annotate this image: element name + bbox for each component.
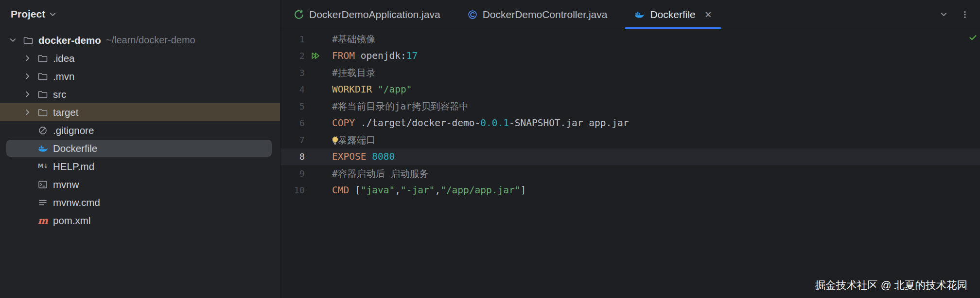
- project-tool-window: Project docker-demo~/learn/docker-demo.i…: [0, 0, 280, 298]
- line-number[interactable]: 5: [280, 101, 305, 112]
- editor[interactable]: 1#基础镜像2FROM openjdk:173#挂载目录4WORKDIR "/a…: [280, 29, 980, 298]
- tree-item-mvnw[interactable]: mvnw: [0, 175, 280, 193]
- editor-tab-bar: DockerDemoApplication.javaDockerDemoCont…: [280, 0, 980, 29]
- line-number[interactable]: 3: [280, 68, 305, 78]
- chevron-down-icon: [49, 10, 57, 19]
- tree-item-path: ~/learn/docker-demo: [106, 35, 195, 46]
- markdown-file-icon: M↓: [38, 162, 48, 171]
- java-class-icon: [468, 10, 477, 19]
- code-area[interactable]: 1#基础镜像2FROM openjdk:173#挂载目录4WORKDIR "/a…: [280, 31, 980, 199]
- code-line-10[interactable]: 10CMD ["java","-jar","/app/app.jar"]: [280, 182, 980, 199]
- tab-label: Dockerfile: [650, 9, 695, 20]
- code-text: #挂载目录: [332, 66, 376, 79]
- code-line-5[interactable]: 5#将当前目录的jar拷贝到容器中: [280, 98, 980, 115]
- shell-script-icon: [38, 180, 48, 189]
- docker-icon: [38, 144, 48, 153]
- tree-item-mvnw-cmd[interactable]: mvnw.cmd: [0, 193, 280, 211]
- line-number[interactable]: 7: [280, 135, 305, 145]
- chevron-right-icon[interactable]: [23, 108, 32, 116]
- code-text: #将当前目录的jar拷贝到容器中: [332, 100, 469, 113]
- tree-item-mvn[interactable]: .mvn: [0, 67, 280, 85]
- tree-item-label: mvnw: [53, 179, 79, 190]
- tree-item-idea[interactable]: .idea: [0, 49, 280, 67]
- folder-icon: [38, 90, 48, 99]
- editor-options-button[interactable]: [957, 6, 973, 23]
- chevron-right-icon[interactable]: [23, 72, 32, 80]
- tree-item-dockerfile[interactable]: Dockerfile: [0, 139, 280, 157]
- tree-item-help-md[interactable]: M↓HELP.md: [0, 157, 280, 175]
- code-line-2[interactable]: 2FROM openjdk:17: [280, 48, 980, 65]
- docker-icon: [634, 10, 645, 19]
- code-line-4[interactable]: 4WORKDIR "/app": [280, 81, 980, 98]
- line-number[interactable]: 10: [280, 185, 305, 195]
- line-number[interactable]: 8: [280, 151, 305, 162]
- inspections-ok-icon[interactable]: [968, 33, 978, 42]
- tab-dockerfile[interactable]: Dockerfile×: [621, 0, 725, 29]
- code-text: COPY ./target/docker-demo-0.0.1-SNAPSHOT…: [332, 117, 629, 129]
- tree-item-label: src: [53, 89, 66, 100]
- tree-item-label: docker-demo: [38, 35, 101, 46]
- watermark: 掘金技术社区 @ 北夏的技术花园: [815, 278, 967, 292]
- tab-bar-actions: [935, 0, 980, 29]
- project-panel-header[interactable]: Project: [0, 0, 280, 28]
- tab-dockerdemocontroller-java[interactable]: DockerDemoController.java: [454, 0, 621, 29]
- tree-item-label: target: [53, 107, 78, 118]
- chevron-down-icon[interactable]: [9, 36, 17, 44]
- ide-window: Project docker-demo~/learn/docker-demo.i…: [0, 0, 980, 298]
- spring-boot-icon: [294, 10, 304, 19]
- code-text: CMD ["java","-jar","/app/app.jar"]: [332, 185, 526, 196]
- code-text: #基础镜像: [332, 33, 376, 46]
- project-panel-title: Project: [11, 8, 45, 20]
- ignored-file-icon: [38, 126, 48, 135]
- tree-item-docker-demo[interactable]: docker-demo~/learn/docker-demo: [0, 31, 280, 49]
- tree-item-label: pom.xml: [53, 215, 90, 226]
- line-number[interactable]: 6: [280, 118, 305, 128]
- folder-icon: [38, 108, 48, 117]
- line-number[interactable]: 9: [280, 168, 305, 179]
- line-number[interactable]: 1: [280, 34, 305, 44]
- tab-close-icon[interactable]: ×: [705, 9, 712, 20]
- line-number[interactable]: 2: [280, 51, 305, 61]
- text-file-icon: [38, 198, 48, 207]
- code-text: #容器启动后 启动服务: [332, 167, 429, 180]
- tree-item-label: .idea: [53, 53, 74, 64]
- tab-list-dropdown-button[interactable]: [935, 6, 952, 23]
- tab-label: DockerDemoApplication.java: [309, 9, 440, 20]
- code-text: WORKDIR "/app": [332, 84, 412, 95]
- run-icon[interactable]: [311, 51, 320, 60]
- tree-item-label: HELP.md: [53, 161, 94, 172]
- chevron-right-icon[interactable]: [23, 54, 32, 62]
- code-line-1[interactable]: 1#基础镜像: [280, 31, 980, 48]
- project-tree: docker-demo~/learn/docker-demo.idea.mvns…: [0, 28, 280, 229]
- line-number[interactable]: 4: [280, 84, 305, 94]
- tree-item-pom-xml[interactable]: mpom.xml: [0, 211, 280, 229]
- tab-label: DockerDemoController.java: [483, 9, 608, 20]
- code-line-6[interactable]: 6COPY ./target/docker-demo-0.0.1-SNAPSHO…: [280, 115, 980, 132]
- folder-icon: [38, 72, 48, 81]
- code-text: FROM openjdk:17: [332, 50, 418, 61]
- tree-item-label: .mvn: [53, 71, 74, 82]
- code-line-9[interactable]: 9#容器启动后 启动服务: [280, 165, 980, 182]
- tree-item-label: Dockerfile: [53, 143, 97, 154]
- tab-dockerdemoapplication-java[interactable]: DockerDemoApplication.java: [280, 0, 454, 29]
- tree-item-label: .gitignore: [53, 125, 94, 136]
- code-line-8[interactable]: 8EXPOSE 8080: [280, 149, 980, 166]
- code-text: EXPOSE 8080: [332, 151, 395, 162]
- code-text: #暴露端口: [332, 133, 376, 147]
- tree-item-label: mvnw.cmd: [53, 197, 100, 208]
- editor-area: DockerDemoApplication.javaDockerDemoCont…: [280, 0, 980, 298]
- tree-item-src[interactable]: src: [0, 85, 280, 103]
- code-line-7[interactable]: 7#暴露端口: [280, 131, 980, 149]
- tree-item-gitignore[interactable]: .gitignore: [0, 121, 280, 139]
- folder-icon: [38, 54, 48, 63]
- maven-file-icon: m: [38, 216, 48, 225]
- code-line-3[interactable]: 3#挂载目录: [280, 64, 980, 81]
- tree-item-target[interactable]: target: [0, 103, 280, 121]
- intention-bulb-icon[interactable]: [331, 136, 340, 145]
- folder-icon: [23, 36, 33, 45]
- chevron-right-icon[interactable]: [23, 90, 32, 98]
- editor-tabs: DockerDemoApplication.javaDockerDemoCont…: [280, 0, 725, 29]
